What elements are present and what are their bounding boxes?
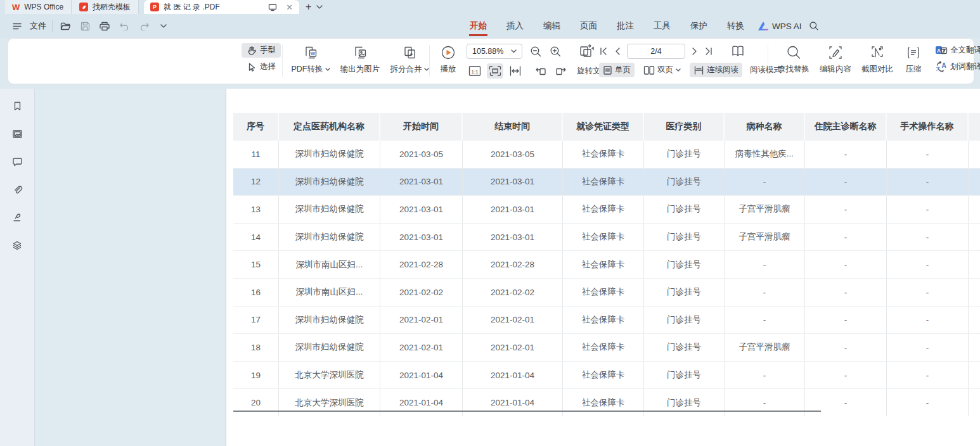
full-translate-icon: A <box>935 45 948 56</box>
menu-items: 开始插入编辑页面批注工具保护转换 <box>469 14 745 38</box>
menu-item[interactable]: 批注 <box>616 15 635 37</box>
rail-bookmark-icon[interactable] <box>9 98 25 114</box>
table-cell: 门诊挂号 <box>644 334 725 361</box>
column-header: 住院主诊断名称 <box>805 113 887 141</box>
rail-layers-icon[interactable] <box>9 237 25 253</box>
pdf-convert-button[interactable]: W PDF转换 <box>286 42 335 75</box>
next-page-button[interactable] <box>692 47 698 56</box>
prev-page-button[interactable] <box>614 47 621 56</box>
menu-item[interactable]: 保护 <box>690 15 708 37</box>
edit-content-icon <box>827 44 844 61</box>
table-row[interactable]: 16深圳市南山区妇...2021-02-022021-02-02社会保障卡门诊挂… <box>233 278 980 306</box>
present-monitor-icon[interactable] <box>268 3 277 11</box>
rotate-document-icon[interactable] <box>578 44 595 59</box>
first-page-button[interactable] <box>599 47 608 56</box>
full-translate-button[interactable]: A 全文翻译 <box>935 45 980 56</box>
pdf-document-page[interactable]: 序号定点医药机构名称开始时间结束时间就诊凭证类型医疗类别病种名称住院主诊断名称手… <box>226 89 980 446</box>
export-image-button[interactable]: 输出为图片 <box>335 42 385 75</box>
rotate-right-button[interactable] <box>553 63 569 79</box>
more-chevron-icon[interactable] <box>157 19 171 33</box>
select-tool-button[interactable]: 选择 <box>242 60 281 74</box>
page-indicator-input[interactable]: 2/4 <box>627 44 685 59</box>
play-button[interactable]: 播放 <box>432 42 465 75</box>
close-tab-icon[interactable]: ✕ <box>286 3 293 12</box>
rail-comment-icon[interactable] <box>9 153 25 170</box>
file-menu[interactable]: 文件 <box>30 20 46 32</box>
table-row[interactable]: 12深圳市妇幼保健院2021-03-012021-03-01社会保障卡门诊挂号-… <box>233 168 980 196</box>
word-translate-button[interactable]: A 文 划词翻译 <box>935 61 980 72</box>
read-mode-icon[interactable] <box>730 44 746 58</box>
screenshot-compare-button[interactable]: 截图对比 <box>856 42 898 75</box>
pdf-convert-icon: W <box>302 44 319 61</box>
menu-item[interactable]: 开始 <box>469 15 487 37</box>
table-row[interactable]: 18深圳市妇幼保健院2021-02-012021-02-01社会保障卡门诊挂号子… <box>233 333 980 361</box>
table-row[interactable]: 19北京大学深圳医院2021-01-042021-01-04社会保障卡门诊挂号-… <box>233 361 980 389</box>
table-row[interactable]: 17深圳市妇幼保健院2021-02-012021-02-01社会保障卡门诊挂号-… <box>233 306 980 334</box>
table-cell: 社会保障卡 <box>563 362 644 389</box>
actual-size-button[interactable]: 1:1 <box>467 63 483 79</box>
zoom-out-button[interactable] <box>530 46 542 58</box>
table-cell: - <box>805 334 887 361</box>
table-cell: 门诊挂号 <box>644 362 725 389</box>
table-row[interactable]: 20北京大学深圳医院2021-01-042021-01-04社会保障卡门诊挂号-… <box>233 388 980 416</box>
menu-wps-ai[interactable]: WPS AI <box>758 14 802 38</box>
save-icon[interactable] <box>78 19 92 33</box>
cursor-icon <box>247 62 257 72</box>
rail-signature-icon[interactable] <box>9 209 25 226</box>
bookmark-icon <box>11 101 23 112</box>
thumbnails-icon <box>11 129 23 139</box>
table-cell: 门诊挂号 <box>644 307 725 334</box>
zoom-level-combo[interactable]: 105.88% <box>467 44 522 59</box>
table-cell: 11 <box>233 141 279 168</box>
rail-attachment-icon[interactable] <box>9 181 25 198</box>
left-icon-rail <box>0 89 35 446</box>
table-cell: 2021-02-28 <box>380 251 463 278</box>
table-cell: 深圳市南山区妇... <box>279 251 380 278</box>
table-cell: 深圳市妇幼保健院 <box>279 196 380 223</box>
tab-wps-office[interactable]: W WPS Office <box>4 0 72 14</box>
last-page-button[interactable] <box>704 47 713 56</box>
split-merge-button[interactable]: 拆分合并 <box>385 42 434 75</box>
table-cell: 社会保障卡 <box>563 307 644 334</box>
table-row[interactable]: 15深圳市南山区妇...2021-02-282021-02-28社会保障卡门诊挂… <box>233 250 980 278</box>
find-replace-button[interactable]: 查找替换 <box>773 42 815 75</box>
open-folder-icon[interactable] <box>58 19 72 33</box>
table-cell: 2021-03-01 <box>380 224 463 251</box>
table-cell: - <box>887 141 969 168</box>
continuous-read-button[interactable]: 连续阅读 <box>690 63 742 77</box>
single-page-button[interactable]: 单页 <box>599 63 635 77</box>
undo-icon[interactable] <box>117 19 131 33</box>
tab-docer-templates[interactable]: 找稻壳模板 <box>72 0 139 14</box>
menu-item[interactable]: 插入 <box>506 15 524 37</box>
table-cell: - <box>725 279 805 306</box>
new-tab-button[interactable]: + <box>306 1 311 13</box>
table-cell: 北京大学深圳医院 <box>279 362 380 389</box>
menu-item[interactable]: 编辑 <box>543 15 561 37</box>
menu-item[interactable]: 转换 <box>726 15 745 37</box>
zoom-in-button[interactable] <box>550 46 562 58</box>
tab-document-pdf[interactable]: P 就 医 记 录 .PDF ✕ <box>144 0 299 14</box>
double-page-button[interactable]: 双页 <box>640 63 685 77</box>
fit-page-button[interactable] <box>487 63 503 79</box>
table-row[interactable]: 14深圳市妇幼保健院2021-03-012021-03-01社会保障卡门诊挂号子… <box>233 223 980 251</box>
tab-list-chevron-icon[interactable] <box>316 5 323 9</box>
table-row[interactable]: 13深圳市妇幼保健院2021-03-012021-03-01社会保障卡门诊挂号子… <box>233 195 980 223</box>
medical-records-table: 序号定点医药机构名称开始时间结束时间就诊凭证类型医疗类别病种名称住院主诊断名称手… <box>233 113 980 416</box>
hamburger-menu-icon[interactable] <box>10 19 24 33</box>
menu-search-icon[interactable] <box>806 18 822 34</box>
fit-width-button[interactable] <box>507 63 524 79</box>
svg-text:1:1: 1:1 <box>471 69 479 75</box>
redo-icon[interactable] <box>137 19 151 33</box>
compress-button[interactable]: 压缩 <box>898 42 929 75</box>
table-cell-clipped <box>969 279 980 306</box>
table-row[interactable]: 11深圳市妇幼保健院2021-03-052021-03-05社会保障卡门诊挂号病… <box>233 141 980 168</box>
edit-content-button[interactable]: 编辑内容 <box>815 42 856 75</box>
print-icon[interactable] <box>98 19 112 33</box>
hand-tool-button[interactable]: 手型 <box>242 43 281 58</box>
menu-item[interactable]: 工具 <box>653 15 671 37</box>
chevron-down-icon <box>511 49 517 53</box>
table-cell: 门诊挂号 <box>644 389 725 416</box>
rail-thumbnails-icon[interactable] <box>9 125 25 142</box>
menu-item[interactable]: 页面 <box>579 15 598 37</box>
rotate-left-button[interactable] <box>532 63 549 79</box>
